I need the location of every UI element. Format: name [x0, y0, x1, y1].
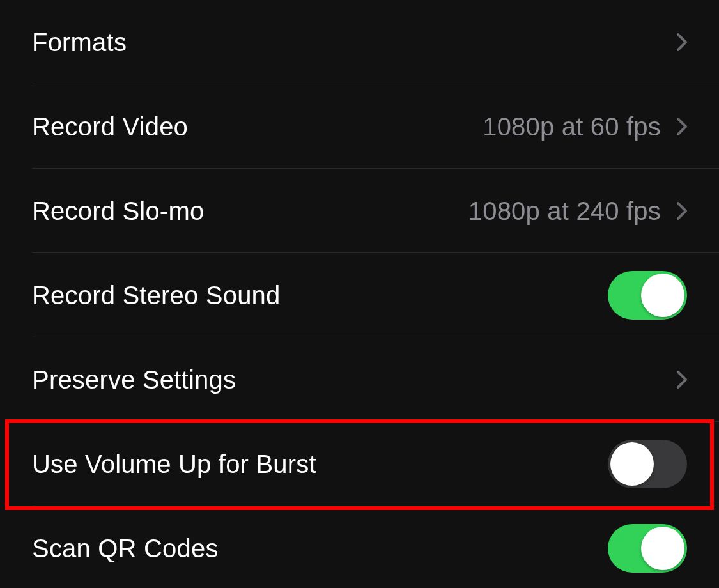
chevron-right-icon	[677, 202, 687, 220]
row-value: 1080p at 60 fps	[483, 112, 661, 141]
row-right	[608, 524, 687, 573]
row-label: Record Stereo Sound	[32, 281, 281, 310]
row-label: Scan QR Codes	[32, 534, 219, 563]
chevron-right-icon	[677, 371, 687, 389]
row-record-slo-mo[interactable]: Record Slo-mo 1080p at 240 fps	[0, 169, 719, 253]
row-label: Use Volume Up for Burst	[32, 450, 316, 479]
row-right	[608, 440, 687, 488]
toggle-record-stereo-sound[interactable]	[608, 271, 687, 320]
row-right	[677, 371, 687, 389]
toggle-use-volume-up-for-burst[interactable]	[608, 440, 687, 488]
row-right	[608, 271, 687, 320]
row-right: 1080p at 240 fps	[468, 197, 687, 226]
toggle-scan-qr-codes[interactable]	[608, 524, 687, 573]
toggle-knob	[641, 527, 684, 570]
chevron-right-icon	[677, 118, 687, 135]
row-formats[interactable]: Formats	[0, 0, 719, 84]
toggle-knob	[610, 442, 654, 486]
chevron-right-icon	[677, 33, 687, 51]
row-value: 1080p at 240 fps	[468, 197, 661, 226]
settings-list: Formats Record Video 1080p at 60 fps Rec…	[0, 0, 719, 588]
row-preserve-settings[interactable]: Preserve Settings	[0, 337, 719, 422]
row-label: Formats	[32, 28, 127, 57]
row-right	[677, 33, 687, 51]
row-label: Record Slo-mo	[32, 197, 204, 226]
row-label: Record Video	[32, 112, 188, 141]
row-label: Preserve Settings	[32, 366, 236, 394]
toggle-knob	[641, 274, 684, 317]
row-right: 1080p at 60 fps	[483, 112, 687, 141]
row-scan-qr-codes: Scan QR Codes	[0, 506, 719, 588]
row-use-volume-up-for-burst: Use Volume Up for Burst	[0, 422, 719, 506]
row-record-video[interactable]: Record Video 1080p at 60 fps	[0, 84, 719, 169]
row-record-stereo-sound: Record Stereo Sound	[0, 253, 719, 337]
